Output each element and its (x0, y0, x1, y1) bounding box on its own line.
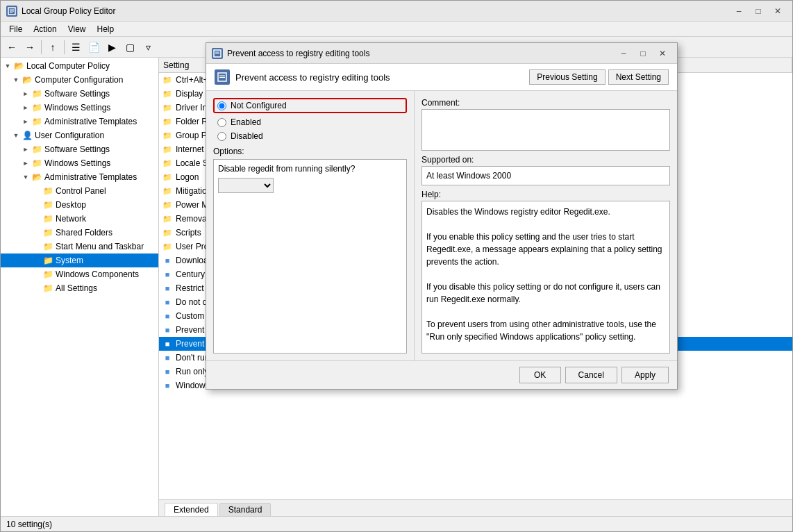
prev-setting-button[interactable]: Previous Setting (529, 69, 605, 85)
dialog-header-btns: Previous Setting Next Setting (529, 69, 669, 85)
options-box: Disable regedit from running silently? (213, 159, 407, 354)
options-label: Options: (213, 147, 407, 156)
options-text: Disable regedit from running silently? (218, 164, 402, 174)
help-section: Help: Disables the Windows registry edit… (421, 190, 670, 354)
ok-button[interactable]: OK (519, 367, 561, 383)
comment-label: Comment: (421, 98, 670, 108)
enabled-option[interactable]: Enabled (213, 117, 407, 127)
dialog-title-left: Prevent access to registry editing tools (212, 48, 369, 59)
disabled-option[interactable]: Disabled (213, 131, 407, 141)
dialog-left-panel: Not Configured Enabled Disabled Options: (206, 91, 415, 360)
dialog-title-controls: – □ ✕ (615, 47, 671, 60)
dialog-overlay: Prevent access to registry editing tools… (1, 1, 792, 531)
dialog-title-text: Prevent access to registry editing tools (227, 49, 369, 58)
dialog-header-title-area: Prevent access to registry editing tools (215, 69, 390, 85)
dialog-close-button[interactable]: ✕ (653, 47, 671, 60)
dialog-header-title: Prevent access to registry editing tools (235, 72, 390, 83)
supported-value: At least Windows 2000 (421, 166, 670, 185)
dialog-minimize-button[interactable]: – (615, 47, 633, 60)
next-setting-button[interactable]: Next Setting (608, 69, 669, 85)
comment-section: Comment: (421, 98, 670, 151)
dialog-header: Prevent access to registry editing tools… (206, 64, 677, 91)
dialog-header-icon (215, 69, 230, 85)
supported-label: Supported on: (421, 155, 670, 165)
help-label: Help: (421, 190, 670, 199)
not-configured-label: Not Configured (231, 101, 287, 110)
supported-section: Supported on: At least Windows 2000 (421, 155, 670, 185)
not-configured-option[interactable]: Not Configured (213, 98, 407, 113)
dialog-title-bar: Prevent access to registry editing tools… (206, 43, 677, 64)
not-configured-radio[interactable] (217, 101, 226, 110)
dialog: Prevent access to registry editing tools… (206, 42, 678, 390)
enabled-label: Enabled (231, 117, 261, 127)
dropdown-row (218, 178, 402, 193)
options-dropdown[interactable] (218, 178, 274, 193)
disabled-label: Disabled (231, 131, 263, 141)
radio-group: Not Configured Enabled Disabled (213, 98, 407, 141)
apply-button[interactable]: Apply (621, 367, 669, 383)
comment-textarea[interactable] (421, 109, 670, 151)
help-content: Disables the Windows registry editor Reg… (426, 207, 662, 342)
cancel-button[interactable]: Cancel (565, 367, 617, 383)
dialog-maximize-button[interactable]: □ (634, 47, 652, 60)
disabled-radio[interactable] (217, 132, 226, 141)
dialog-body: Not Configured Enabled Disabled Options: (206, 91, 677, 360)
dialog-icon (212, 48, 223, 59)
dialog-footer: OK Cancel Apply (206, 360, 677, 389)
main-window: Local Group Policy Editor – □ ✕ File Act… (0, 0, 793, 532)
enabled-radio[interactable] (217, 118, 226, 127)
help-text: Disables the Windows registry editor Reg… (421, 201, 670, 354)
dialog-right-panel: Comment: Supported on: At least Windows … (415, 91, 677, 360)
options-section: Options: Disable regedit from running si… (213, 147, 407, 354)
